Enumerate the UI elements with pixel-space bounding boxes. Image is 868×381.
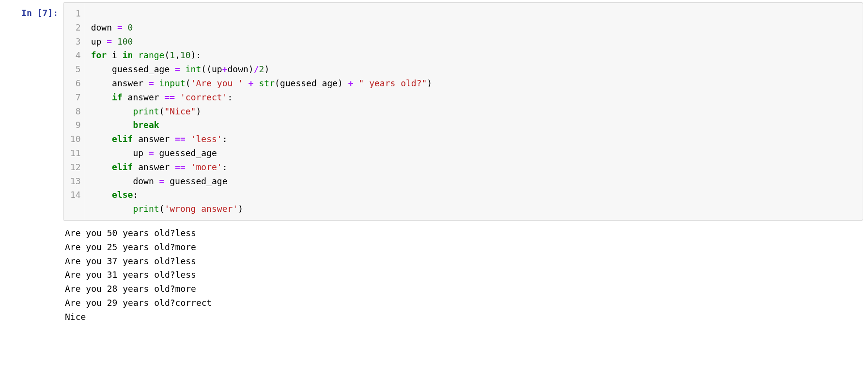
code-input-area[interactable]: 1 2 3 4 5 6 7 8 9 10 11 12 13 14 down = … <box>63 2 863 221</box>
code-line: down = 0 <box>91 21 857 35</box>
line-number: 7 <box>70 91 81 105</box>
line-number: 4 <box>70 48 81 63</box>
code-line: guessed_age = int((up+down)/2) <box>91 63 857 77</box>
cell-output: Are you 50 years old?less Are you 25 yea… <box>63 221 863 324</box>
prompt-in: In <box>21 8 37 18</box>
code-line: down = guessed_age <box>91 175 857 189</box>
code-line: up = guessed_age <box>91 146 857 160</box>
code-line: answer = input('Are you ' + str(guessed_… <box>91 77 857 91</box>
input-prompt: In [7]: <box>5 2 63 20</box>
line-number: 6 <box>70 77 81 91</box>
line-number: 3 <box>70 35 81 49</box>
code-line: if answer == 'correct': <box>91 91 857 105</box>
notebook-cell: In [7]: 1 2 3 4 5 6 7 8 9 10 11 12 13 14… <box>0 0 868 329</box>
code-editor[interactable]: down = 0up = 100for i in range(1,10): gu… <box>85 3 863 220</box>
output-line: Are you 29 years old?correct <box>65 298 212 308</box>
line-number: 12 <box>70 160 81 175</box>
line-number: 8 <box>70 105 81 119</box>
line-number: 9 <box>70 118 81 132</box>
code-line: print('wrong answer') <box>91 202 857 216</box>
line-number: 1 <box>70 7 81 21</box>
line-number-gutter: 1 2 3 4 5 6 7 8 9 10 11 12 13 14 <box>63 3 85 220</box>
line-number: 5 <box>70 63 81 77</box>
line-number: 14 <box>70 188 81 202</box>
code-line: print("Nice") <box>91 105 857 119</box>
output-line: Are you 25 years old?more <box>65 242 196 252</box>
line-number: 10 <box>70 132 81 146</box>
code-line: else: <box>91 188 857 202</box>
line-number: 13 <box>70 175 81 189</box>
output-line: Are you 50 years old?less <box>65 228 196 238</box>
code-line: elif answer == 'more': <box>91 160 857 175</box>
prompt-number: 7 <box>42 8 47 18</box>
output-line: Nice <box>65 312 86 322</box>
code-line: elif answer == 'less': <box>91 132 857 146</box>
output-line: Are you 31 years old?less <box>65 270 196 280</box>
cell-main: 1 2 3 4 5 6 7 8 9 10 11 12 13 14 down = … <box>63 2 863 324</box>
line-number: 11 <box>70 146 81 160</box>
prompt-open: [ <box>37 8 43 18</box>
code-line: for i in range(1,10): <box>91 48 857 63</box>
prompt-close: ]: <box>47 8 58 18</box>
code-line: break <box>91 118 857 132</box>
code-line: up = 100 <box>91 35 857 49</box>
output-line: Are you 37 years old?less <box>65 256 196 266</box>
output-line: Are you 28 years old?more <box>65 284 196 294</box>
line-number: 2 <box>70 21 81 35</box>
